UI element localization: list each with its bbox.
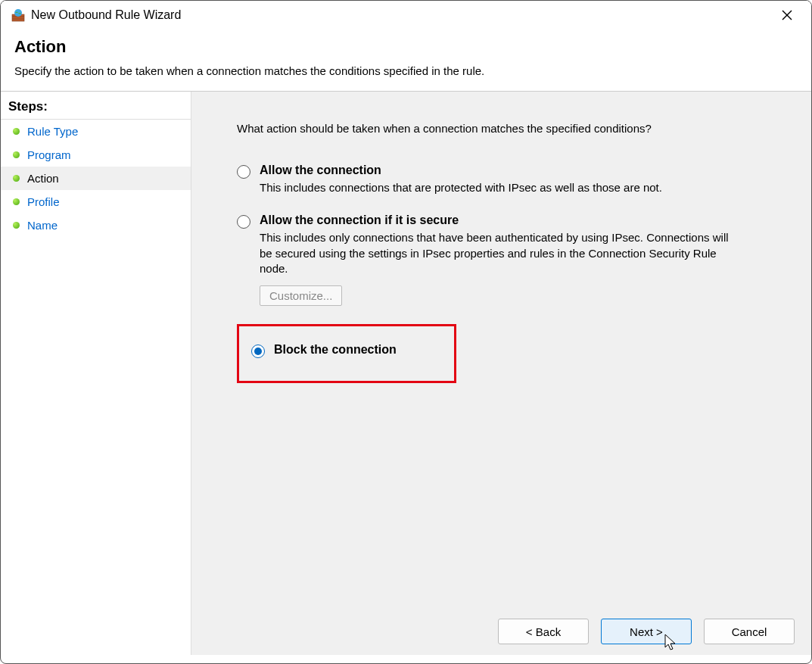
highlight-annotation: Block the connection bbox=[237, 324, 456, 383]
option-desc: This includes connections that are prote… bbox=[260, 180, 744, 195]
main-panel: What action should be taken when a conne… bbox=[191, 92, 811, 655]
options-group: Allow the connection This includes conne… bbox=[237, 164, 781, 383]
bullet-icon bbox=[13, 128, 20, 135]
firewall-icon bbox=[11, 8, 25, 22]
option-body: Block the connection bbox=[274, 343, 442, 357]
bullet-icon bbox=[13, 198, 20, 205]
option-body: Allow the connection if it is secure Thi… bbox=[260, 214, 781, 306]
option-block[interactable]: Block the connection bbox=[251, 343, 442, 358]
wizard-window: New Outbound Rule Wizard Action Specify … bbox=[0, 0, 812, 664]
step-label: Profile bbox=[27, 195, 60, 208]
step-action[interactable]: Action bbox=[1, 167, 191, 190]
bullet-icon bbox=[13, 151, 20, 158]
back-button[interactable]: < Back bbox=[498, 619, 589, 644]
wizard-header: Action Specify the action to be taken wh… bbox=[1, 30, 811, 92]
step-label: Name bbox=[27, 219, 58, 232]
close-icon bbox=[782, 10, 792, 20]
action-question: What action should be taken when a conne… bbox=[237, 122, 781, 135]
steps-header: Steps: bbox=[1, 92, 191, 120]
wizard-footer: < Back Next > Cancel bbox=[498, 619, 795, 644]
next-button[interactable]: Next > bbox=[601, 619, 692, 644]
option-allow[interactable]: Allow the connection This includes conne… bbox=[237, 164, 781, 195]
bullet-icon bbox=[13, 222, 20, 229]
window-title: New Outbound Rule Wizard bbox=[31, 8, 181, 22]
cancel-button[interactable]: Cancel bbox=[704, 619, 795, 644]
option-desc: This includes only connections that have… bbox=[260, 230, 744, 276]
radio-icon[interactable] bbox=[237, 165, 250, 179]
close-button[interactable] bbox=[772, 4, 802, 26]
option-allow-secure[interactable]: Allow the connection if it is secure Thi… bbox=[237, 214, 781, 306]
steps-sidebar: Steps: Rule Type Program Action Profile … bbox=[1, 92, 191, 655]
titlebar: New Outbound Rule Wizard bbox=[1, 1, 811, 30]
titlebar-left: New Outbound Rule Wizard bbox=[11, 8, 181, 22]
step-label: Action bbox=[27, 172, 59, 185]
customize-button: Customize... bbox=[260, 285, 342, 306]
step-profile[interactable]: Profile bbox=[1, 190, 191, 214]
radio-icon[interactable] bbox=[251, 344, 265, 358]
step-label: Rule Type bbox=[27, 125, 78, 138]
option-title: Allow the connection if it is secure bbox=[260, 214, 781, 227]
step-label: Program bbox=[27, 148, 71, 161]
page-title: Action bbox=[14, 37, 798, 57]
step-program[interactable]: Program bbox=[1, 143, 191, 167]
radio-icon[interactable] bbox=[237, 215, 250, 229]
step-rule-type[interactable]: Rule Type bbox=[1, 120, 191, 143]
option-title: Allow the connection bbox=[260, 164, 781, 177]
wizard-body: Steps: Rule Type Program Action Profile … bbox=[1, 92, 811, 655]
page-subtitle: Specify the action to be taken when a co… bbox=[14, 64, 798, 77]
option-body: Allow the connection This includes conne… bbox=[260, 164, 781, 195]
step-name[interactable]: Name bbox=[1, 214, 191, 237]
bullet-icon bbox=[13, 175, 20, 182]
option-title: Block the connection bbox=[274, 343, 442, 357]
